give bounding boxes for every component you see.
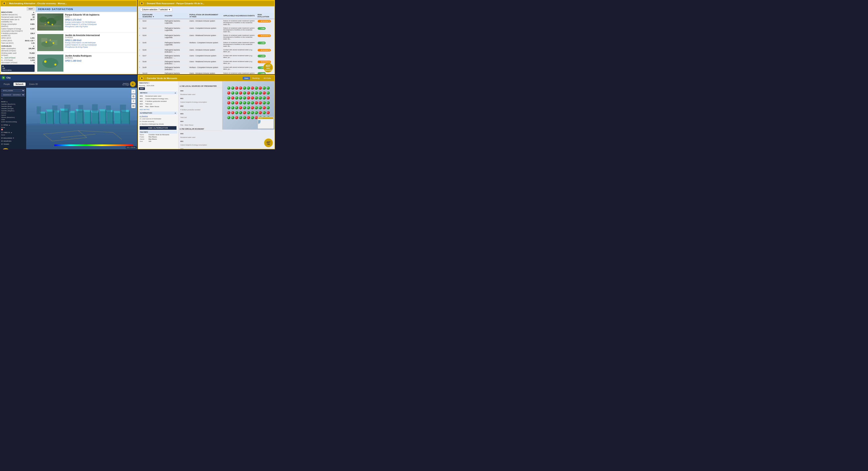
- br-alt-baseline[interactable]: A. Baseline: [139, 115, 177, 118]
- risk-events: Failure of reclaimed water treatment sys…: [222, 71, 256, 74]
- tr-corner-badge[interactable]: #27 Risk Assessment: [263, 63, 273, 72]
- br-metric-m03[interactable]: M03 Total cost: [139, 103, 177, 105]
- svg-point-111: [251, 101, 254, 104]
- svg-point-102: [258, 96, 262, 100]
- svg-marker-46: [99, 109, 106, 111]
- dt-circ-m02-label: M02P-fertilizer production avoided: [180, 147, 219, 149]
- risk-expand-btn[interactable]: ›: [138, 34, 141, 41]
- bl-dropdown1[interactable]: WYD_0.025N: [1, 89, 25, 92]
- bl-section-pipes: ⊙ PIPES ▲: [1, 124, 25, 126]
- risk-hazard: Pathogenic bacteria - Legionella: [163, 41, 188, 48]
- dt-local-m02: M02P-fertilizer production avoided 0.00: [180, 104, 221, 111]
- svg-rect-36: [76, 111, 84, 124]
- bl-tab-zones[interactable]: Zones 3D: [27, 83, 40, 86]
- bl-item-sat-baseform[interactable]: Satellite (Baseform): [1, 103, 25, 105]
- map-home[interactable]: ⊙: [131, 94, 136, 99]
- bl-dropdown2[interactable]: 2024/04/24 ~ 2024/05/24: [1, 93, 25, 97]
- risk-table-row[interactable]: › Scn3 Pathogenic bacteria - Legionella …: [138, 26, 275, 34]
- br-badge-num: #17: [267, 141, 270, 144]
- bl-tab-network[interactable]: Network: [13, 83, 25, 86]
- svg-point-97: [239, 96, 242, 100]
- dt-local-m00-label: M00Reclaimed water used: [180, 89, 219, 96]
- bl-corner-badge[interactable]: #24 Network model: [1, 148, 10, 149]
- svg-rect-62: [106, 105, 111, 113]
- risk-table-row[interactable]: › Scn9 Pathogenic bacteria (indicator) -…: [138, 66, 275, 71]
- br-alt-local[interactable]: A. Local sources of freshwater: [139, 118, 177, 120]
- bl-tab-people[interactable]: People: [2, 83, 12, 86]
- br-timesteps: TIMESTEPS 5: [139, 82, 177, 84]
- map-zoom-out[interactable]: −: [131, 89, 136, 94]
- risk-population: Users - Immature immune system: [188, 71, 222, 74]
- br-tab-data[interactable]: Data: [243, 77, 250, 80]
- br-main-content: 2024 2025 2026 Planning A.748 LOCAL SOUR…: [178, 81, 222, 149]
- th-risk: RISK EVALUATION: [256, 13, 275, 19]
- tl-edit-button[interactable]: EDIT: [27, 7, 35, 10]
- br-alt-circular[interactable]: A. Circular economy: [139, 120, 177, 123]
- br-alt-baseline-climate[interactable]: A. Baseline challenged by climate: [139, 123, 177, 125]
- svg-point-105: [227, 101, 230, 104]
- risk-expand-btn[interactable]: ›: [138, 71, 141, 74]
- risk-expand-btn[interactable]: ›: [138, 48, 141, 54]
- bl-item-streets-baseform[interactable]: Streets (Baseform): [1, 116, 25, 119]
- br-metric-m01[interactable]: M01 Carbon footprint of energy cons...: [139, 97, 177, 100]
- br-sidebar-content: TIMESTEPS 5 Planning 2024-2028 EDIT METR…: [138, 81, 178, 149]
- bl-item-sat-google[interactable]: Satellite (Google): [1, 107, 25, 109]
- park-image-1: [37, 13, 63, 31]
- bl-item-pipes-none[interactable]: None: [1, 126, 25, 129]
- svg-point-115: [267, 101, 270, 104]
- park-card-1[interactable]: Parque Eduardo VII de Inglaterra PARK OP…: [36, 12, 137, 32]
- svg-point-86: [239, 91, 242, 95]
- map-3d[interactable]: 3D: [131, 104, 136, 108]
- bl-item-hybrid[interactable]: Hybrid: [1, 114, 25, 116]
- bl-item-esri[interactable]: ESRI WorldStreetMap: [1, 121, 25, 123]
- risk-expand-btn[interactable]: ›: [138, 60, 141, 66]
- park-phosphorus-2: Phosphorus 39.33 kg P/year: [65, 46, 135, 48]
- risk-table-row[interactable]: › Scn2 Pathogenic bacteria - Legionella …: [138, 19, 275, 26]
- br-add-metric[interactable]: ADD METRIC: [139, 108, 177, 111]
- map-zoom-in[interactable]: +: [131, 99, 136, 103]
- br-tab-ranking[interactable]: Ranking: [251, 77, 261, 80]
- br-metric-m00[interactable]: M00 Reclaimed water used: [139, 95, 177, 97]
- bl-item-osm[interactable]: OSM: [1, 119, 25, 121]
- br-add-alternative[interactable]: ADD ALTERNATIVE: [140, 126, 177, 130]
- bl-map[interactable]: − ⊙ + 3D 619.1×329.8m: [26, 88, 137, 149]
- svg-point-75: [239, 87, 242, 90]
- risk-badge: MODERATE: [257, 49, 271, 52]
- risk-table-row[interactable]: › Scn7 Pathogenic bacteria (indicator) -…: [138, 54, 275, 60]
- bl-item-sat-bing[interactable]: Satellite (Bing): [1, 105, 25, 107]
- svg-point-76: [243, 87, 246, 90]
- br-col-headers: 2024 2025 2026 Planning: [180, 83, 221, 84]
- dt-circ-m00-label: M00Reclaimed water used: [180, 131, 219, 138]
- br-tab-3dcube[interactable]: 3D Cube: [262, 77, 273, 80]
- column-select[interactable]: Column selection: 7 selected ▼: [140, 8, 172, 11]
- park-type-1: PARK: [65, 16, 135, 18]
- risk-table-row[interactable]: › Scn5 Pathogenic bacteria - Legionella …: [138, 41, 275, 48]
- bl-item-sat-mapbox[interactable]: Satellite (MapBox): [1, 109, 25, 112]
- tr-title-bar: B ‹ Demand Risk Assessment - Parque Edua…: [138, 0, 275, 6]
- risk-table-row[interactable]: › Scn8 Pathogenic bacteria (indicator) -…: [138, 60, 275, 66]
- br-m00-code: M00: [140, 95, 145, 97]
- svg-rect-39: [84, 112, 91, 124]
- risk-table-row[interactable]: › Scn10 Pathogenic bacteria (indicator) …: [138, 71, 275, 74]
- risk-expand-btn[interactable]: ›: [138, 54, 141, 60]
- bl-item-streets[interactable]: Streets: [1, 112, 25, 114]
- br-metric-m02[interactable]: M02 P-fertilizer production avoided: [139, 100, 177, 103]
- bl-item-freecl-none[interactable]: None: [1, 134, 25, 136]
- risk-table-row[interactable]: › Scn4 Pathogenic bacteria - Legionella …: [138, 34, 275, 41]
- risk-expand-btn[interactable]: ›: [138, 26, 141, 34]
- risk-expand-btn[interactable]: ›: [138, 19, 141, 26]
- risk-expand-btn[interactable]: ›: [138, 66, 141, 71]
- br-edit-bar[interactable]: EDIT: [139, 87, 145, 90]
- park-card-3[interactable]: Jardim Amália Rodrigues GARDEN OPEX 1.18…: [36, 53, 137, 73]
- br-metric-m04[interactable]: M04 Risk - Water Reuse: [139, 105, 177, 108]
- svg-point-142: [243, 116, 246, 119]
- bl-logo: baseform Rui Viegas: [122, 83, 129, 86]
- svg-point-110: [247, 101, 250, 104]
- risk-scenario-id: Scn6: [141, 48, 163, 54]
- risk-expand-btn[interactable]: ›: [138, 41, 141, 48]
- br-corner-badge[interactable]: #17 Plan: [264, 138, 273, 147]
- park-card-2[interactable]: Jardim da Amnistia Internacional GARDEN …: [36, 32, 137, 53]
- risk-population: Users - Immature immune system: [188, 19, 222, 26]
- risk-events: Failure of reclaimed water treatment sys…: [222, 41, 256, 48]
- risk-table-row[interactable]: › Scn6 Pathogenic bacteria (indicator) -…: [138, 48, 275, 54]
